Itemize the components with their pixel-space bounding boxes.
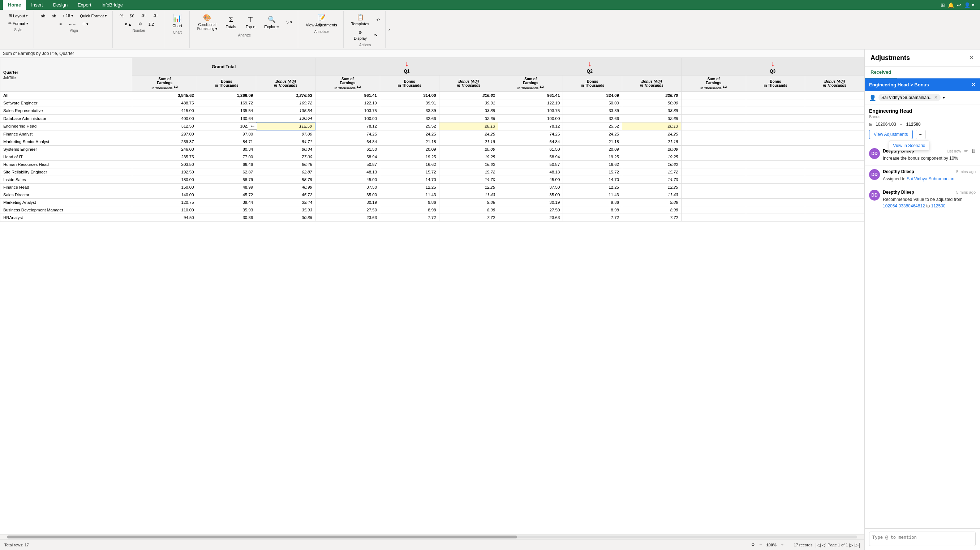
table-row: Finance Analyst297.0097.0097.0074.2524.2… [0, 130, 864, 138]
user-selector-chevron[interactable]: ▾ [943, 95, 945, 100]
number2-btn[interactable]: ⚙ [136, 20, 145, 28]
align-label: Align [70, 29, 78, 33]
ribbon-group-annotate: 📝 View Adjustments Annotate [299, 11, 344, 48]
align-text-btn[interactable]: ab [38, 12, 48, 19]
panel-title: Adjustments [870, 54, 910, 62]
redo-btn[interactable]: ↷ [371, 32, 380, 40]
view-adjustments-btn[interactable]: View Adjustments [869, 130, 913, 139]
tab-home[interactable]: Home [3, 0, 26, 10]
currency-btn[interactable]: $€ [127, 12, 137, 19]
quick-format-btn[interactable]: Quick Format ▾ [77, 12, 110, 19]
panel-tabs: Received [865, 67, 980, 78]
layout-icon: ⊞ [9, 13, 12, 18]
chart-types-btn[interactable]: 📊 Chart [169, 12, 186, 30]
table-row: Engineering Head312.50102.06112.50←78.12… [0, 122, 864, 130]
zoom-out-btn[interactable]: − [758, 542, 764, 547]
tab-design[interactable]: Design [48, 0, 73, 10]
user-avatar-icon: 👤 [869, 94, 876, 101]
view-in-scenario-link[interactable]: View in Scenario [893, 143, 925, 148]
align-indent-btn[interactable]: ←→ [66, 21, 79, 28]
display-btn[interactable]: ⚙ Display [350, 29, 370, 42]
user-chip[interactable]: Sai Vidhya Subramanian... ✕ [878, 94, 940, 101]
notifications-icon[interactable]: 🔔 [948, 2, 954, 8]
tab-insert[interactable]: Insert [26, 0, 48, 10]
assigned-user-link[interactable]: Sai Vidhya Subramanian [907, 176, 955, 181]
align-text2-btn[interactable]: ab [49, 12, 59, 19]
table-row: Marketing Analyst120.7539.4439.4430.199.… [0, 199, 864, 206]
scrollbar-area[interactable] [0, 534, 864, 539]
status-bar: Total rows: 17 ⚙ − 100% + 17 records |◁ … [0, 539, 864, 550]
comment-delete-btn[interactable]: 🗑 [971, 148, 976, 154]
q1-bonus-header: Bonusin Thousands [380, 76, 439, 92]
undo-btn[interactable]: ↶ [374, 16, 382, 24]
more-options-btn[interactable]: ··· [916, 130, 926, 139]
formula-text: Sum of Earnings by JobTitle, Quarter [3, 51, 74, 56]
templates-btn[interactable]: 📋 Templates [348, 12, 372, 28]
zoom-in-btn[interactable]: + [780, 542, 785, 547]
annotate-label: Annotate [314, 30, 329, 33]
pagination: |◁ ◁ Page 1 of 1 ▷ ▷| [815, 542, 860, 548]
old-value-link[interactable]: 102064.03380464812 [883, 203, 925, 208]
next-page-btn[interactable]: ▷ [849, 542, 853, 548]
last-page-btn[interactable]: ▷| [854, 542, 860, 548]
align-left-btn[interactable]: ≡ [57, 21, 64, 28]
sync-icon[interactable]: ⊞ [940, 2, 945, 8]
tab-export[interactable]: Export [73, 0, 97, 10]
adj-actions: View Adjustments ··· View in Scenario [869, 130, 976, 139]
first-page-btn[interactable]: |◁ [815, 542, 821, 548]
settings-icon[interactable]: ⚙ [751, 542, 755, 547]
table-row: Sales Representative415.00135.54135.5410… [0, 107, 864, 114]
cell-back-arrow[interactable]: ← [248, 122, 257, 130]
user-chip-label: Sai Vidhya Subramanian... [881, 95, 933, 100]
topn-btn[interactable]: ⊤ Top n [242, 14, 259, 31]
jobtitle-header: JobTitle [3, 76, 129, 80]
percent-btn[interactable]: % [117, 12, 126, 19]
tab-infobridge[interactable]: InfoBridge [97, 0, 128, 10]
table-row: Systems Engineer246.0080.3480.3461.5020.… [0, 146, 864, 153]
chart-icon: 📊 [173, 14, 182, 22]
decimal-up-btn[interactable]: .0⁺ [138, 12, 148, 19]
q1-bonus-adj-header: Bonus (Adj)in Thousands [439, 76, 498, 92]
spreadsheet-area: Sum of Earnings by JobTitle, Quarter Qua… [0, 49, 864, 550]
account-icon[interactable]: 👤 ▾ [964, 2, 974, 8]
adj-detail-sub: Bonus [869, 114, 976, 119]
table-row: Site Reliability Engineer192.5062.8762.8… [0, 168, 864, 176]
notes-btn[interactable]: 📝 View Adjustments [302, 12, 340, 29]
explorer-btn[interactable]: 🔍 Explorer [261, 14, 282, 31]
comment-user-name: Deepthy Dileep [883, 190, 914, 195]
new-value-link[interactable]: 112500 [931, 203, 945, 208]
share-icon[interactable]: ↩ [957, 2, 961, 8]
mention-input[interactable] [869, 532, 976, 546]
filter-btn[interactable]: ▽ ▾ [284, 18, 295, 26]
comment-body: Recommended Value to be adjusted from 10… [883, 196, 976, 209]
tab-received[interactable]: Received [865, 67, 897, 78]
totals-btn[interactable]: Σ Totals [222, 14, 240, 31]
adj-detail-title: Engineering Head [869, 108, 976, 114]
comment-edit-btn[interactable]: ✏ [964, 148, 968, 154]
panel-close-btn[interactable]: ✕ [969, 54, 974, 62]
decimal-down-btn[interactable]: .0⁻ [150, 12, 161, 19]
panel-toggle-btn[interactable]: › [387, 11, 391, 48]
comments-area: DD Deepthy Dileep just now ✏🗑Increase th… [865, 143, 980, 528]
format-button[interactable]: ✏ Format ▾ [6, 19, 31, 27]
conditional-formatting-btn[interactable]: 🎨 ConditionalFormatting ▾ [194, 12, 221, 33]
analyze-label: Analyze [238, 33, 251, 37]
grand-total-header: Grand Total [132, 58, 315, 76]
cond-format-icon: 🎨 [203, 14, 211, 22]
border-btn[interactable]: □ ▾ [80, 20, 91, 28]
font-size-btn[interactable]: ↕ 18 ▾ [60, 12, 76, 19]
gt-bonus-adj-header: Bonus (Adj)in Thousands [256, 76, 315, 92]
table-row: HRAnalyst94.5030.8630.8623.637.727.7223.… [0, 214, 864, 221]
table-row: Inside Sales180.0058.7958.7945.0014.7014… [0, 176, 864, 184]
total-rows-label: Total rows: 17 [4, 543, 29, 547]
prev-page-btn[interactable]: ◁ [822, 542, 826, 548]
ribbon-group-style: ⊞ Layout ▾ ✏ Format ▾ Style [3, 11, 34, 48]
number-format-btn[interactable]: ▼▲ [121, 21, 134, 28]
ribbon-body: ⊞ Layout ▾ ✏ Format ▾ Style ab ab ↕ 18 ▾ [0, 10, 980, 49]
table-container[interactable]: Quarter JobTitle Grand Total ↓ Q1 ↓ Q2 [0, 58, 864, 534]
layout-button[interactable]: ⊞ Layout ▾ [6, 12, 30, 19]
number3-btn[interactable]: 1.2 [146, 21, 156, 28]
adj-item-close-btn[interactable]: ✕ [971, 81, 976, 88]
user-chip-remove-btn[interactable]: ✕ [934, 95, 938, 100]
comment-user-name: Deepthy Dileep [883, 169, 914, 174]
